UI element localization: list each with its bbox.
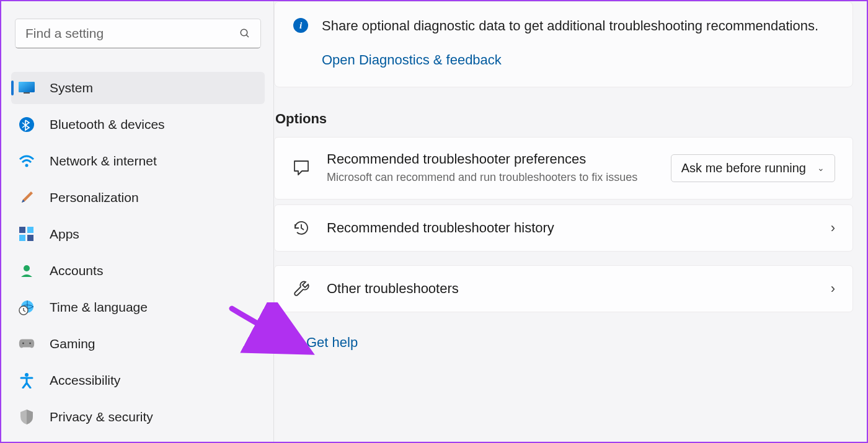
- sidebar-item-personalization[interactable]: Personalization: [11, 182, 265, 214]
- svg-point-16: [25, 373, 29, 377]
- svg-rect-8: [27, 227, 33, 233]
- sidebar-item-label: Network & internet: [50, 154, 157, 169]
- option-troubleshooter-preferences[interactable]: Recommended troubleshooter preferences M…: [274, 137, 853, 200]
- search-input[interactable]: [25, 26, 239, 41]
- sidebar-item-label: Apps: [50, 227, 79, 242]
- sidebar-item-apps[interactable]: Apps: [11, 218, 265, 250]
- sidebar: System Bluetooth & devices Network & int…: [1, 1, 274, 442]
- option-title: Other troubleshooters: [327, 281, 815, 297]
- option-other-troubleshooters[interactable]: Other troubleshooters ›: [274, 265, 853, 312]
- svg-rect-4: [24, 92, 30, 94]
- svg-point-14: [22, 343, 24, 344]
- sidebar-item-label: Time & language: [50, 300, 148, 315]
- wrench-icon: [292, 279, 311, 298]
- paintbrush-icon: [19, 190, 35, 206]
- sidebar-item-accounts[interactable]: Accounts: [11, 255, 265, 287]
- option-title: Recommended troubleshooter preferences: [327, 151, 655, 167]
- wifi-icon: [19, 153, 35, 169]
- sidebar-item-label: Privacy & security: [50, 410, 153, 424]
- main-content: i Share optional diagnostic data to get …: [274, 1, 867, 442]
- svg-point-15: [29, 343, 31, 344]
- apps-icon: [19, 226, 35, 242]
- bluetooth-icon: [19, 116, 35, 133]
- monitor-icon: [19, 80, 35, 96]
- svg-point-11: [24, 265, 30, 271]
- search-icon: [239, 28, 250, 39]
- svg-rect-9: [19, 235, 25, 241]
- get-help-link[interactable]: Get help: [306, 335, 358, 351]
- sidebar-item-label: System: [50, 81, 93, 95]
- preferences-dropdown[interactable]: Ask me before running ⌄: [671, 154, 835, 182]
- get-help-row[interactable]: ? Get help: [277, 335, 853, 351]
- history-icon: [292, 219, 311, 237]
- sidebar-item-label: Accessibility: [50, 373, 120, 388]
- sidebar-item-privacy[interactable]: Privacy & security: [11, 401, 265, 433]
- globe-clock-icon: [19, 299, 35, 315]
- shield-icon: [19, 409, 35, 425]
- options-heading: Options: [275, 111, 853, 127]
- diagnostic-info-text: Share optional diagnostic data to get ad…: [322, 17, 818, 36]
- sidebar-item-bluetooth[interactable]: Bluetooth & devices: [11, 108, 265, 141]
- sidebar-item-time[interactable]: Time & language: [11, 291, 265, 323]
- nav-list: System Bluetooth & devices Network & int…: [11, 72, 265, 433]
- chevron-right-icon: ›: [831, 281, 835, 297]
- chat-icon: [292, 159, 311, 177]
- sidebar-item-network[interactable]: Network & internet: [11, 145, 265, 177]
- chevron-right-icon: ›: [831, 220, 835, 236]
- help-icon: ?: [277, 335, 293, 351]
- sidebar-item-accessibility[interactable]: Accessibility: [11, 364, 265, 397]
- svg-point-0: [241, 29, 247, 36]
- open-diagnostics-link[interactable]: Open Diagnostics & feedback: [322, 52, 834, 68]
- gamepad-icon: [19, 336, 35, 352]
- sidebar-item-gaming[interactable]: Gaming: [11, 328, 265, 360]
- option-subtitle: Microsoft can recommend and run troubles…: [327, 170, 655, 185]
- option-troubleshooter-history[interactable]: Recommended troubleshooter history ›: [274, 204, 853, 252]
- svg-rect-10: [27, 235, 33, 241]
- svg-line-1: [246, 35, 249, 37]
- search-box[interactable]: [15, 19, 261, 48]
- svg-text:?: ?: [286, 343, 290, 349]
- sidebar-item-system[interactable]: System: [11, 72, 265, 104]
- sidebar-item-label: Gaming: [50, 336, 95, 351]
- svg-point-6: [25, 164, 29, 167]
- sidebar-item-label: Personalization: [50, 190, 139, 205]
- svg-rect-3: [19, 82, 35, 92]
- sidebar-item-label: Bluetooth & devices: [50, 117, 165, 132]
- person-icon: [19, 263, 35, 279]
- chevron-down-icon: ⌄: [817, 163, 825, 173]
- svg-rect-7: [19, 227, 25, 233]
- dropdown-selected-value: Ask me before running: [681, 161, 806, 175]
- info-icon: i: [293, 18, 308, 33]
- accessibility-icon: [19, 372, 35, 388]
- diagnostic-info-card: i Share optional diagnostic data to get …: [274, 1, 853, 87]
- sidebar-item-label: Accounts: [50, 263, 103, 278]
- option-title: Recommended troubleshooter history: [327, 220, 815, 236]
